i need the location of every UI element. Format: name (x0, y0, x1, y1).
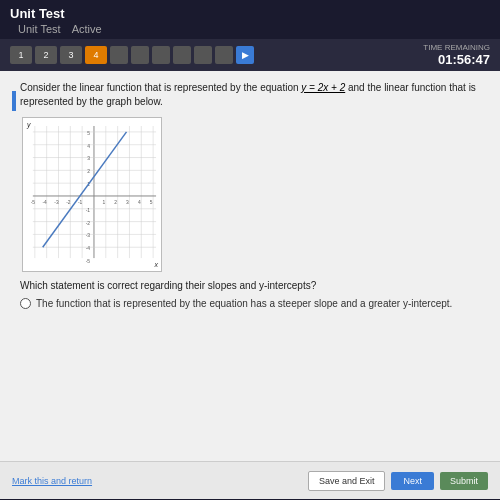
svg-text:4: 4 (138, 200, 141, 205)
svg-text:-4: -4 (42, 200, 47, 205)
mark-link[interactable]: Mark this and return (12, 476, 92, 486)
svg-text:4: 4 (87, 144, 90, 149)
nav-bar: 1 2 3 4 ▶ TIME REMAINING 01:56:47 (0, 39, 500, 71)
graph-svg: -5 -4 -3 -2 -1 1 2 3 4 5 5 4 3 2 1 -1 -2… (23, 118, 161, 271)
nav-arrow-button[interactable]: ▶ (236, 46, 254, 64)
question-equation: y = 2x + 2 (301, 82, 345, 93)
question-marker (12, 91, 16, 111)
svg-text:2: 2 (114, 200, 117, 205)
timer-area: TIME REMAINING 01:56:47 (423, 43, 490, 67)
svg-text:-1: -1 (86, 208, 91, 213)
bottom-buttons: Save and Exit Next Submit (308, 471, 488, 491)
graph-y-label: y (27, 121, 31, 128)
nav-btn-3[interactable]: 3 (60, 46, 82, 64)
question-text-part1: Consider the linear function that is rep… (20, 82, 301, 93)
top-bar: Unit Test Unit Test Active (0, 0, 500, 39)
radio-text-1: The function that is represented by the … (36, 297, 452, 311)
svg-text:1: 1 (102, 200, 105, 205)
nav-btn-2[interactable]: 2 (35, 46, 57, 64)
radio-circle-1[interactable] (20, 298, 31, 309)
svg-text:-3: -3 (54, 200, 59, 205)
which-statement-text: Which statement is correct regarding the… (20, 280, 488, 291)
nav-dots (110, 46, 233, 64)
app-title: Unit Test (10, 6, 490, 21)
timer-value: 01:56:47 (423, 52, 490, 67)
svg-text:3: 3 (126, 200, 129, 205)
timer-label: TIME REMAINING (423, 43, 490, 52)
bottom-bar: Mark this and return Save and Exit Next … (0, 461, 500, 499)
next-button[interactable]: Next (391, 472, 434, 490)
svg-text:-1: -1 (78, 200, 83, 205)
graph-x-label: x (155, 261, 159, 268)
save-exit-button[interactable]: Save and Exit (308, 471, 386, 491)
svg-text:5: 5 (150, 200, 153, 205)
svg-line-41 (43, 132, 127, 247)
svg-text:-2: -2 (86, 221, 91, 226)
svg-text:2: 2 (87, 169, 90, 174)
nav-buttons: 1 2 3 4 ▶ (10, 46, 254, 64)
nav-btn-1[interactable]: 1 (10, 46, 32, 64)
question-text: Consider the linear function that is rep… (20, 81, 488, 109)
svg-text:-4: -4 (86, 246, 91, 251)
nav-btn-4[interactable]: 4 (85, 46, 107, 64)
submit-button[interactable]: Submit (440, 472, 488, 490)
radio-option-1[interactable]: The function that is represented by the … (20, 297, 488, 311)
breadcrumb-test: Unit Test (18, 23, 61, 35)
breadcrumb: Unit Test Active (10, 23, 490, 35)
svg-text:-5: -5 (31, 200, 36, 205)
main-content: Consider the linear function that is rep… (0, 71, 500, 461)
svg-text:-5: -5 (86, 259, 91, 264)
svg-text:5: 5 (87, 131, 90, 136)
graph-container: y x (22, 117, 162, 272)
svg-text:-2: -2 (66, 200, 71, 205)
breadcrumb-status: Active (72, 23, 102, 35)
svg-text:-3: -3 (86, 233, 91, 238)
svg-text:3: 3 (87, 156, 90, 161)
